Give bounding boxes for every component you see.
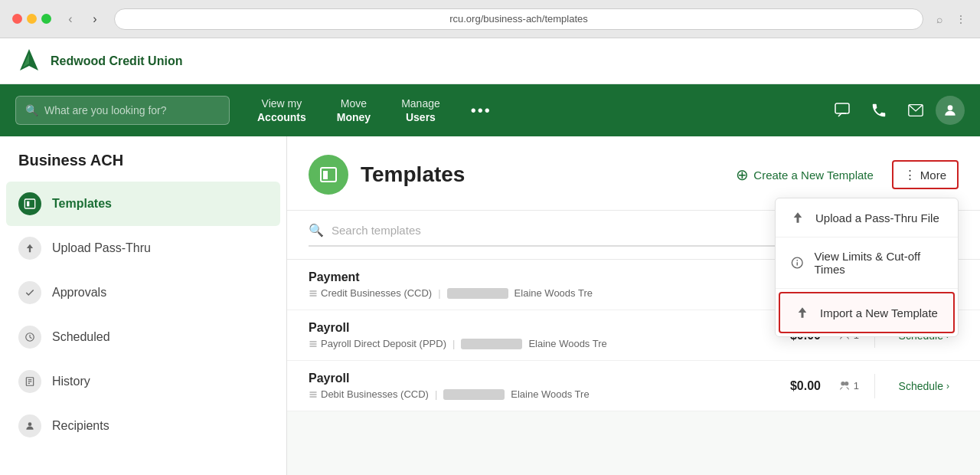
dropdown-import-label: Import a New Template (820, 306, 938, 319)
row-users-3: 1 (836, 380, 859, 392)
sidebar-title: Business ACH (0, 152, 286, 182)
row-info-1: Payment Credit Businesses (CCD) | Elaine… (309, 270, 821, 299)
sidebar-item-templates[interactable]: Templates (6, 182, 280, 226)
dropdown-item-upload[interactable]: Upload a Pass-Thru File (776, 198, 958, 238)
browser-chrome: ‹ › rcu.org/business-ach/templates ⌕ ⋮ (0, 0, 980, 38)
browser-nav-arrows: ‹ › (60, 9, 105, 29)
import-icon (795, 306, 809, 319)
sidebar-scheduled-label: Scheduled (52, 330, 110, 344)
nav-item-money[interactable]: Move Money (325, 90, 383, 130)
svg-point-4 (948, 105, 953, 110)
sidebar-item-history[interactable]: History (0, 359, 286, 404)
row-type-label-1: Credit Businesses (CCD) (321, 287, 432, 299)
browser-search-icon[interactable]: ⌕ (933, 12, 946, 26)
row-users-count-3: 1 (854, 380, 859, 391)
content-actions: ⊕ Create a New Template ⋮ More (727, 159, 959, 190)
table-row: Payroll Debit Businesses (CCD) | Elaine … (287, 361, 980, 411)
traffic-light-yellow[interactable] (27, 14, 37, 24)
nav-phone-button[interactable] (862, 93, 896, 127)
sidebar-recipients-icon (18, 414, 41, 437)
dropdown-upload-label: Upload a Pass-Thru File (815, 211, 939, 224)
svg-point-32 (796, 260, 798, 261)
plus-icon: ⊕ (736, 165, 749, 184)
more-button[interactable]: ⋮ More (892, 160, 959, 189)
svg-point-28 (841, 382, 844, 385)
nav-item-accounts[interactable]: View my Accounts (245, 90, 318, 130)
nav-users-line1: Manage (401, 97, 440, 110)
row-type-3: Debit Businesses (CCD) (309, 388, 429, 400)
app-header: Redwood Credit Union (0, 38, 980, 84)
content-area: Templates ⊕ Create a New Template ⋮ More… (287, 136, 980, 475)
nav-mail-button[interactable] (899, 93, 933, 127)
nav-users-line2: Users (401, 110, 440, 124)
sidebar-item-upload[interactable]: Upload Pass-Thru (0, 226, 286, 270)
nav-item-users[interactable]: Manage Users (389, 90, 452, 130)
row-type-label-2: Payroll Direct Deposit (PPD) (321, 338, 446, 349)
sidebar-templates-icon (18, 192, 41, 215)
main-content: Business ACH Templates Upload Pass-Thru … (0, 136, 980, 475)
sidebar-item-recipients[interactable]: Recipients (0, 404, 286, 448)
row-type-label-3: Debit Businesses (CCD) (321, 388, 429, 400)
svg-rect-6 (27, 201, 29, 207)
address-bar-text: rcu.org/business-ach/templates (124, 13, 913, 25)
row-account-name-3: Elaine Woods Tre (511, 388, 589, 400)
traffic-lights (12, 14, 51, 24)
info-icon (791, 256, 803, 270)
svg-rect-14 (323, 171, 328, 179)
content-icon (309, 155, 348, 195)
chevron-right-icon-3: › (946, 381, 949, 391)
content-title: Templates (361, 162, 714, 187)
dropdown-limits-label: View Limits & Cut-off Times (814, 250, 942, 276)
upload-icon (791, 211, 805, 224)
sidebar-approvals-icon (18, 281, 41, 304)
nav-chat-button[interactable] (825, 93, 859, 127)
row-name-3: Payroll (309, 372, 758, 385)
schedule-button-3[interactable]: Schedule › (874, 374, 959, 398)
row-type-2: Payroll Direct Deposit (PPD) (309, 338, 446, 349)
app-nav: 🔍 View my Accounts Move Money Manage Use… (0, 84, 980, 136)
dropdown-item-import[interactable]: Import a New Template (779, 292, 955, 333)
row-amount-3: $0.00 (767, 379, 821, 393)
sidebar-templates-label: Templates (52, 197, 112, 211)
dropdown-item-limits[interactable]: View Limits & Cut-off Times (776, 238, 958, 289)
sidebar-history-icon (18, 370, 41, 393)
nav-search-input[interactable] (44, 104, 220, 116)
row-account-masked-1 (447, 288, 508, 299)
nav-accounts-line2: Accounts (257, 110, 306, 124)
row-account-masked-3 (443, 389, 505, 400)
dropdown-menu: Upload a Pass-Thru File View Limits & Cu… (775, 198, 959, 337)
sidebar-scheduled-icon (18, 326, 41, 349)
sidebar-recipients-label: Recipients (52, 419, 109, 433)
sidebar-upload-icon (18, 237, 41, 260)
sidebar-item-approvals[interactable]: Approvals (0, 270, 286, 315)
forward-button[interactable]: › (85, 9, 105, 29)
nav-money-line2: Money (337, 110, 371, 124)
row-account-name-2: Elaine Woods Tre (528, 338, 606, 349)
traffic-light-red[interactable] (12, 14, 22, 24)
row-info-3: Payroll Debit Businesses (CCD) | Elaine … (309, 372, 758, 400)
nav-icons (825, 93, 965, 127)
sidebar-item-scheduled[interactable]: Scheduled (0, 315, 286, 359)
create-label: Create a New Template (753, 169, 873, 182)
nav-user-button[interactable] (936, 96, 965, 125)
nav-search-bar[interactable]: 🔍 (15, 96, 230, 125)
row-type-1: Credit Businesses (CCD) (309, 287, 432, 299)
traffic-light-green[interactable] (41, 14, 51, 24)
browser-more-icon[interactable]: ⋮ (954, 12, 968, 26)
back-button[interactable]: ‹ (60, 9, 80, 29)
nav-items: View my Accounts Move Money Manage Users… (245, 90, 825, 130)
create-template-button[interactable]: ⊕ Create a New Template (727, 159, 882, 190)
more-label: More (920, 169, 946, 182)
svg-rect-5 (24, 199, 34, 208)
nav-money-line1: Move (337, 97, 371, 110)
row-name-1: Payment (309, 270, 821, 284)
nav-more-dots[interactable]: ••• (459, 96, 504, 126)
address-bar[interactable]: rcu.org/business-ach/templates (114, 8, 923, 30)
svg-rect-2 (835, 103, 849, 113)
sidebar-history-label: History (52, 375, 90, 388)
logo-text: Redwood Credit Union (51, 54, 182, 68)
logo-icon (15, 48, 43, 75)
nav-search-icon: 🔍 (25, 104, 38, 116)
svg-point-29 (844, 382, 848, 385)
sidebar: Business ACH Templates Upload Pass-Thru … (0, 136, 287, 475)
